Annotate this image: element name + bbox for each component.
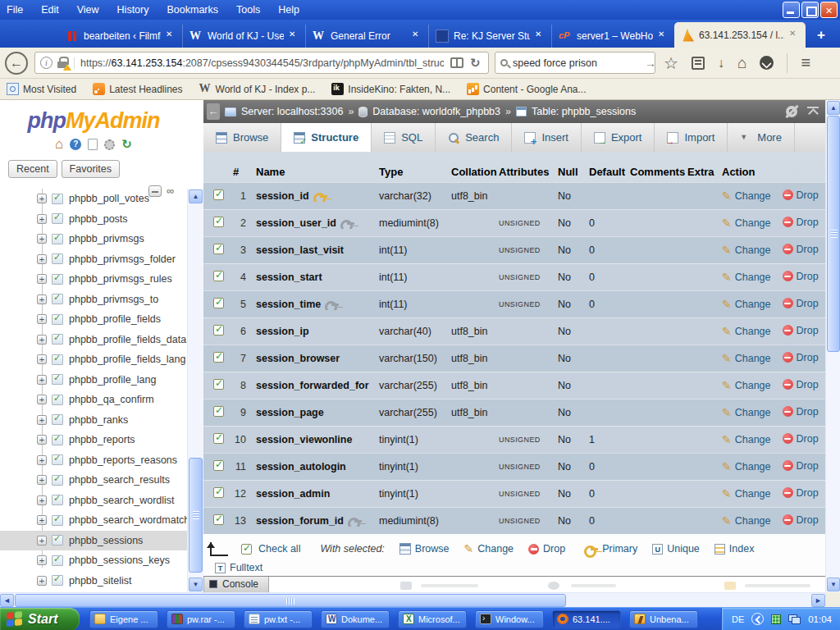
taskbar-button[interactable]: Eigene ... [89, 610, 158, 628]
scroll-down-arrow[interactable]: ▼ [827, 578, 840, 591]
scroll-up-arrow[interactable]: ▲ [189, 189, 203, 203]
pma-logo[interactable]: phpMyAdmin [0, 108, 187, 134]
change-link[interactable]: Change [722, 271, 771, 284]
sidebar-table-item[interactable]: +phpbb_reports_reasons [0, 450, 187, 471]
page-horizontal-scrollbar[interactable]: ◄ ► [0, 592, 825, 607]
panel-tab-recent[interactable]: Recent [8, 160, 57, 178]
collapse-panel-icon[interactable] [807, 107, 819, 116]
drop-link[interactable]: Drop [783, 433, 819, 445]
drop-link[interactable]: Drop [783, 244, 819, 255]
sidebar-table-item[interactable]: +phpbb_search_results [0, 470, 187, 491]
pocket-icon[interactable] [760, 56, 774, 70]
drop-link[interactable]: Drop [783, 298, 819, 309]
search-box[interactable]: → [495, 52, 655, 74]
with-selected-change[interactable]: Change [464, 542, 514, 555]
sidebar-table-item[interactable]: +phpbb_profile_lang [0, 370, 187, 390]
home-icon[interactable]: ⌂ [737, 54, 746, 72]
expand-plus-icon[interactable]: + [37, 214, 47, 224]
console-tab[interactable]: Console [203, 577, 269, 593]
expand-plus-icon[interactable]: + [37, 314, 47, 324]
expand-plus-icon[interactable]: + [37, 335, 47, 345]
tab-insert[interactable]: Insert [512, 123, 582, 152]
with-selected-unique[interactable]: UUnique [652, 543, 700, 555]
expand-plus-icon[interactable]: + [37, 274, 47, 284]
menu-edit[interactable]: Edit [41, 4, 59, 16]
taskbar-button[interactable]: Unbena... [629, 610, 698, 628]
close-button[interactable] [820, 2, 838, 18]
sidebar-table-item[interactable]: +phpbb_privmsgs_folder [0, 249, 187, 270]
change-link[interactable]: Change [722, 217, 771, 230]
bookmark-star-icon[interactable]: ☆ [664, 53, 678, 73]
change-link[interactable]: Change [722, 487, 771, 500]
hide-icons-chevron[interactable] [751, 613, 764, 625]
bookmarks-library-icon[interactable] [692, 57, 705, 70]
sidebar-table-item[interactable]: +phpbb_sessions_keys [0, 550, 187, 571]
sidebar-table-item[interactable]: +phpbb_sessions [0, 531, 187, 551]
expand-plus-icon[interactable]: + [37, 415, 47, 425]
scrollbar-thumb[interactable] [189, 458, 203, 573]
taskbar-button[interactable]: pw.txt -... [244, 610, 313, 628]
sidebar-table-item[interactable]: +phpbb_profile_fields_data [0, 330, 187, 350]
reader-mode-icon[interactable] [450, 57, 463, 68]
new-tab-button[interactable]: + [817, 25, 825, 48]
taskbar-button[interactable]: pw.rar -... [167, 610, 235, 628]
row-checkbox[interactable] [213, 298, 224, 308]
row-checkbox[interactable] [213, 217, 224, 227]
expand-plus-icon[interactable]: + [37, 495, 47, 505]
tab-close-icon[interactable] [658, 31, 668, 41]
lock-warning-icon[interactable] [57, 57, 68, 69]
breadcrumb-back-button[interactable]: ← [207, 103, 220, 120]
url-bar[interactable]: i https://63.141.253.154:2087/cpsess9430… [34, 52, 489, 74]
taskbar-button[interactable]: Window... [475, 610, 544, 628]
with-selected-fulltext[interactable]: TFulltext [215, 562, 262, 573]
menu-bookmarks[interactable]: Bookmarks [167, 4, 218, 16]
tab-close-icon[interactable] [789, 30, 799, 40]
bookmark-item[interactable]: World of KJ - Index p... [199, 83, 316, 95]
expand-plus-icon[interactable]: + [37, 475, 47, 485]
change-link[interactable]: Change [722, 379, 771, 392]
taskbar-button[interactable]: 63.141.... [552, 610, 621, 628]
sidebar-table-item[interactable]: +phpbb_search_wordmatch [0, 510, 187, 531]
drop-link[interactable]: Drop [783, 379, 819, 390]
drop-link[interactable]: Drop [783, 352, 819, 363]
change-link[interactable]: Change [722, 433, 771, 446]
sidebar-table-item[interactable]: +phpbb_posts [0, 209, 187, 230]
sidebar-table-item[interactable]: +phpbb_privmsgs_to [0, 290, 187, 310]
check-all-label[interactable]: Check all [258, 543, 300, 555]
menu-history[interactable]: History [117, 4, 149, 16]
tab-close-icon[interactable] [166, 31, 176, 41]
drop-link[interactable]: Drop [783, 325, 819, 336]
change-link[interactable]: Change [722, 298, 771, 311]
search-input[interactable] [513, 57, 645, 69]
page-vertical-scrollbar[interactable]: ▲ ▼ [825, 100, 840, 592]
change-link[interactable]: Change [722, 325, 771, 338]
tab-structure[interactable]: Structure [281, 123, 372, 152]
change-link[interactable]: Change [722, 514, 771, 527]
scroll-left-arrow[interactable]: ◄ [0, 594, 14, 607]
row-checkbox[interactable] [213, 406, 224, 417]
expand-plus-icon[interactable]: + [37, 254, 47, 264]
row-checkbox[interactable] [213, 379, 224, 390]
tab-browse[interactable]: Browse [203, 123, 281, 152]
help-icon[interactable]: ? [70, 139, 81, 150]
restore-button[interactable] [801, 2, 819, 18]
docs-icon[interactable] [88, 139, 98, 150]
sidebar-table-item[interactable]: +phpbb_privmsgs [0, 229, 187, 249]
change-link[interactable]: Change [722, 244, 771, 257]
sidebar-scrollbar[interactable]: ▲ ▼ [187, 189, 203, 592]
tab-close-icon[interactable] [535, 31, 545, 41]
row-checkbox[interactable] [213, 433, 224, 444]
sidebar-table-item[interactable]: +phpbb_ranks [0, 410, 187, 431]
bookmark-item[interactable]: InsideKino: Fakten, N... [331, 83, 450, 95]
expand-plus-icon[interactable]: + [37, 515, 47, 525]
tray-app-icon[interactable] [771, 614, 781, 624]
drop-link[interactable]: Drop [783, 406, 819, 418]
tab-close-icon[interactable] [289, 31, 299, 41]
scroll-down-arrow[interactable]: ▼ [189, 578, 203, 591]
reload-navigation-icon[interactable]: ↻ [121, 137, 132, 152]
sidebar-table-item[interactable]: +phpbb_profile_fields_lang [0, 349, 187, 370]
row-checkbox[interactable] [213, 271, 224, 281]
menu-file[interactable]: File [7, 4, 23, 16]
page-settings-gear-icon[interactable] [786, 106, 797, 117]
scroll-right-arrow[interactable]: ► [811, 594, 825, 607]
